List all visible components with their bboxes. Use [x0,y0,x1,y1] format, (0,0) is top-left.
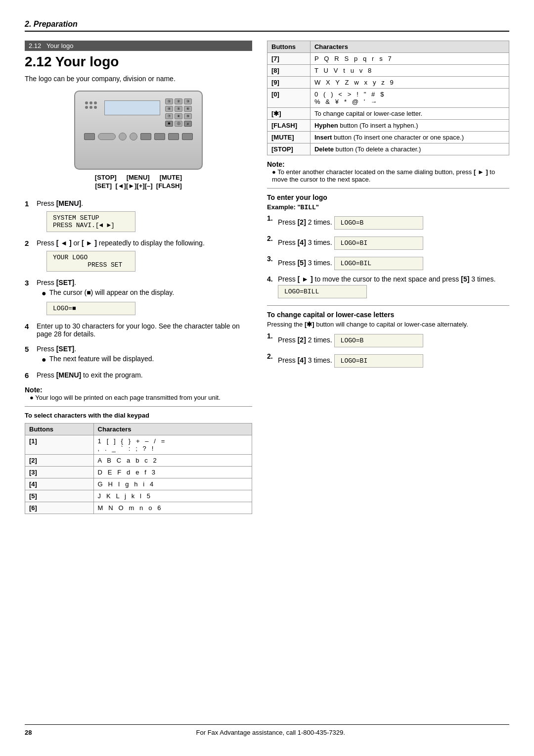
enter-logo-title: To enter your logo [267,193,509,201]
lcd-logo-cursor: LOGO=■ [46,302,135,315]
section-heading: 2. Preparation [25,20,509,32]
right-chars-flash: Hyphen button (To insert a hyphen.) [310,120,509,132]
change-step-1-content: Press [2] 2 times. LOGO=B [278,332,423,349]
step-1-num: 1 [25,199,34,208]
table-row: [9] W X Y Z w x y z 9 [267,77,509,89]
enter-step-3-num: 3. [267,255,275,263]
step-5-bullet-text: The next feature will be displayed. [49,355,154,363]
table-row: [0] 0 ( ) < > ! " # $% & ¥ * @ ' → [267,89,509,108]
right-btn-stop: [STOP] [267,143,311,155]
enter-step-2-content: Press [4] 3 times. LOGO=BI [278,235,423,252]
enter-step-1-content: Press [2] 2 times. LOGO=B [278,214,423,232]
note-label: Note: [25,386,43,394]
col-characters: Characters [93,424,252,435]
note-bullet: ● [30,394,34,401]
right-chars-8: T U V t u v 8 [310,65,509,77]
change-step-1: 1. Press [2] 2 times. LOGO=B [267,332,509,349]
lcd-logo-bi: LOGO=BI [334,236,423,250]
right-col-buttons: Buttons [267,41,311,53]
chars-6: M N O m n o 6 [93,502,252,514]
step-2-num: 2 [25,239,34,247]
device-labels-row2: [SET] [◄][►][+][–] [FLASH] [95,182,182,189]
btn-5: [5] [25,490,94,502]
step-5-num: 5 [25,345,34,353]
enter-step-3-content: Press [5] 3 times. LOGO=BIL [278,255,423,272]
table-row: [6] M N O m n o 6 [25,502,252,514]
enter-logo-example: Example: "BILL" [267,203,509,211]
table-row: [5] J K L j k l 5 [25,490,252,502]
device-illustration: ① ② ③ ④ ⑤ ⑥ ⑦ ⑧ ⑨ ✱ ⓪ # [25,91,252,194]
main-content: 2.12 Your logo 2.12 Your logo The logo c… [25,41,509,716]
chars-5: J K L j k l 5 [93,490,252,502]
step-5-bullet: ● The next feature will be displayed. [42,355,252,364]
lcd-logo-b: LOGO=B [334,216,423,230]
footer: 28 For Fax Advantage assistance, call 1-… [25,724,509,736]
lcd-change-b: LOGO=B [334,334,423,347]
right-btn-flash: [FLASH] [267,120,311,132]
lcd-logo-bill: LOGO=BILL [278,285,367,298]
table-row: [✱] To change capital or lower-case lett… [267,108,509,120]
chapter-title: Your logo [46,42,73,49]
table-row: [3] D E F d e f 3 [25,467,252,478]
enter-step-2: 2. Press [4] 3 times. LOGO=BI [267,235,509,252]
step-4: 4 Enter up to 30 characters for your log… [25,322,252,340]
right-chars-mute: Insert button (To insert one character o… [310,132,509,143]
right-btn-mute: [MUTE] [267,132,311,143]
step-5-content: Press [SET]. ● The next feature will be … [37,345,252,366]
lcd-change-bi: LOGO=BI [334,354,423,368]
right-btn-star: [✱] [267,108,311,120]
btn-3: [3] [25,467,94,478]
table-row: [STOP] Delete button (To delete a charac… [267,143,509,155]
step-4-content: Enter up to 30 characters for your logo.… [37,322,252,340]
change-step-2-num: 2. [267,352,275,360]
enter-step-4-content: Press [ ► ] to move the cursor to the ne… [278,275,509,300]
right-chars-7: P Q R S p q r s 7 [310,53,509,65]
step-3-bullet: ● The cursor (■) will appear on the disp… [42,288,252,298]
right-chars-star: To change capital or lower-case letter. [310,108,509,120]
bullet-icon-2: ● [42,355,46,364]
right-char-table: Buttons Characters [7] P Q R S p q r s 7… [267,41,509,155]
right-btn-0: [0] [267,89,311,108]
step-1: 1 Press [MENU]. SYSTEM SETUPPRESS NAVI.[… [25,199,252,234]
right-chars-stop: Delete button (To delete a character.) [310,143,509,155]
device-labels-row1: [STOP] [MENU] [MUTE] [95,174,182,181]
step-2: 2 Press [ ◄ ] or [ ► ] repeatedly to dis… [25,239,252,274]
table-row: [FLASH] Hyphen button (To insert a hyphe… [267,120,509,132]
lcd-your-logo: YOUR LOGO PRESS SET [46,251,135,272]
btn-1: [1] [25,435,94,455]
mute-label: [MUTE] [160,174,182,181]
btn-2: [2] [25,455,94,467]
page: 2. Preparation 2.12 Your logo 2.12 Your … [0,0,534,756]
lcd-logo-bil: LOGO=BIL [334,257,423,270]
chars-4: G H I g h i 4 [93,478,252,490]
right-chars-9: W X Y Z w x y z 9 [310,77,509,89]
note-right-content: ● To enter another character located on … [272,168,509,183]
change-case-title: To change capital or lower-case letters [267,311,509,319]
step-6: 6 Press [MENU] to exit the program. [25,371,252,381]
lcd-system-setup: SYSTEM SETUPPRESS NAVI.[◄ ►] [46,211,135,232]
enter-step-3: 3. Press [5] 3 times. LOGO=BIL [267,255,509,272]
table-row: [1] 1 [ ] { } + – / =, . _ ` : ; ? ! [25,435,252,455]
table-row: [7] P Q R S p q r s 7 [267,53,509,65]
step-6-content: Press [MENU] to exit the program. [37,371,252,381]
step-2-content: Press [ ◄ ] or [ ► ] repeatedly to displ… [37,239,252,274]
step-5: 5 Press [SET]. ● The next feature will b… [25,345,252,366]
intro-text: The logo can be your company, division o… [25,75,252,83]
fax-device: ① ② ③ ④ ⑤ ⑥ ⑦ ⑧ ⑨ ✱ ⓪ # [74,91,203,170]
note-right-label: Note: [267,160,285,168]
right-btn-7: [7] [267,53,311,65]
table-row: [MUTE] Insert button (To insert one char… [267,132,509,143]
right-btn-8: [8] [267,65,311,77]
enter-step-4-num: 4. [267,275,275,283]
page-number: 28 [25,729,32,736]
btn-6: [6] [25,502,94,514]
change-step-2-content: Press [4] 3 times. LOGO=BI [278,352,423,370]
table-row: [8] T U V t u v 8 [267,65,509,77]
right-chars-0: 0 ( ) < > ! " # $% & ¥ * @ ' → [310,89,509,108]
menu-label: [MENU] [127,174,150,181]
step-1-content: Press [MENU]. SYSTEM SETUPPRESS NAVI.[◄ … [37,199,252,234]
bullet-icon: ● [42,288,46,298]
step-4-num: 4 [25,322,34,331]
table-row: [2] A B C a b c 2 [25,455,252,467]
chars-3: D E F d e f 3 [93,467,252,478]
